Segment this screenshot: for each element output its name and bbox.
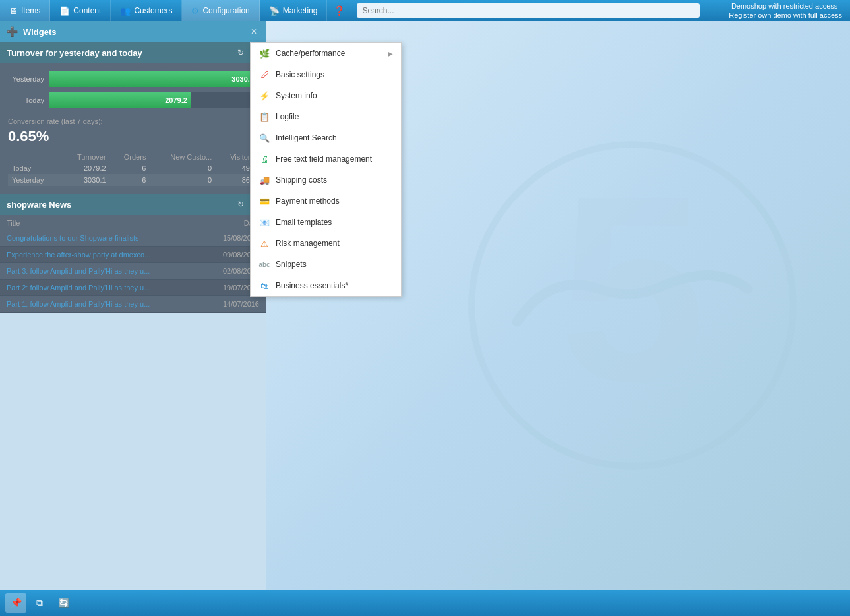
nav-items[interactable]: 🖥 Items — [0, 0, 50, 21]
news-row-title[interactable]: Congratulations to our Shopware finalist… — [0, 230, 202, 247]
taskbar-refresh-btn[interactable]: 🔄 — [53, 593, 74, 613]
menu-item-intelligent-label: Intelligent Search — [276, 133, 393, 142]
cache-arrow-icon: ▶ — [388, 50, 393, 57]
nav-customers-label: Customers — [134, 6, 172, 15]
widgets-header: ➕ Widgets — ✕ — [0, 21, 266, 42]
nav-help[interactable]: ❓ — [327, 0, 351, 21]
stats-row-today: Today 2079.2 6 0 491 — [8, 162, 258, 174]
logfile-icon: 📋 — [258, 111, 270, 123]
marketing-icon: 📡 — [269, 6, 280, 16]
news-row: Part 3: follow Amplid und Pally'Hi as th… — [0, 263, 266, 280]
nav-configuration-label: Configuration — [202, 6, 249, 15]
menu-item-email[interactable]: 📧 Email templates — [251, 212, 401, 233]
risk-management-icon: ⚠ — [258, 237, 270, 249]
menu-item-email-label: Email templates — [276, 218, 393, 227]
menu-item-basic-label: Basic settings — [276, 70, 393, 79]
left-panel: ➕ Widgets — ✕ Turnover for yesterday and… — [0, 21, 266, 590]
menu-item-intelligent-search[interactable]: 🔍 Intelligent Search — [251, 127, 401, 148]
customers-icon: 👥 — [120, 6, 131, 16]
news-row-date: 14/07/2016 — [202, 296, 266, 313]
menu-item-business[interactable]: 🛍 Business essentials* — [251, 275, 401, 296]
nav-customers[interactable]: 👥 Customers — [111, 0, 182, 21]
stats-today-turnover: 2079.2 — [61, 162, 110, 174]
col-header-customers: New Custo... — [150, 152, 216, 162]
configuration-dropdown: 🌿 Cache/performance ▶ 🖊 Basic settings ⚡… — [250, 42, 402, 297]
shipping-icon: 🚚 — [258, 174, 270, 186]
menu-item-logfile[interactable]: 📋 Logfile — [251, 106, 401, 127]
menu-item-risk[interactable]: ⚠ Risk management — [251, 233, 401, 254]
main-area: ➕ Widgets — ✕ Turnover for yesterday and… — [0, 21, 850, 590]
news-row: Congratulations to our Shopware finalist… — [0, 230, 266, 247]
system-info-icon: ⚡ — [258, 90, 270, 102]
menu-item-shipping[interactable]: 🚚 Shipping costs — [251, 169, 401, 191]
menu-item-snippets[interactable]: abc Snippets — [251, 254, 401, 275]
turnover-content: Yesterday 3030.1 Today 2079.2 — [0, 63, 266, 194]
nav-configuration[interactable]: ⚙ Configuration — [182, 0, 259, 21]
nav-content-label: Content — [73, 6, 101, 15]
col-header-turnover: Turnover — [61, 152, 110, 162]
pin-icon: 📌 — [11, 598, 22, 608]
intelligent-search-icon: 🔍 — [258, 132, 270, 144]
yesterday-bar-container: 3030.1 — [49, 71, 258, 87]
news-row: Experience the after-show party at dmexc… — [0, 247, 266, 263]
news-row-title[interactable]: Part 3: follow Amplid und Pally'Hi as th… — [0, 263, 202, 280]
stats-yesterday-customers: 0 — [150, 174, 216, 186]
demo-notice: Demoshop with restricted access - Regist… — [705, 0, 850, 21]
menu-item-cache[interactable]: 🌿 Cache/performance ▶ — [251, 43, 401, 64]
widgets-add-icon[interactable]: ➕ — [7, 26, 18, 37]
news-refresh-btn[interactable]: ↻ — [235, 199, 246, 210]
widget-header-controls: — ✕ — [235, 26, 259, 37]
yesterday-label: Yesterday — [8, 75, 44, 83]
snippets-icon: abc — [258, 259, 270, 270]
today-label: Today — [8, 96, 44, 104]
menu-item-snippets-label: Snippets — [276, 260, 393, 269]
news-col-title: Title — [0, 215, 202, 230]
today-bar-row: Today 2079.2 — [8, 92, 258, 108]
news-row-title[interactable]: Part 1: follow Amplid and Pally'Hi as th… — [0, 296, 202, 313]
conversion-value: 0.65% — [8, 128, 258, 145]
nav-items-label: Items — [21, 6, 40, 15]
search-container — [351, 0, 705, 21]
menu-item-logfile-label: Logfile — [276, 112, 393, 121]
news-widget-header: shopware News ↻ ✕ — [0, 194, 266, 215]
menu-item-basic[interactable]: 🖊 Basic settings — [251, 64, 401, 85]
menu-item-cache-label: Cache/performance — [276, 49, 382, 58]
taskbar-windows-btn[interactable]: ⧉ — [29, 593, 50, 613]
stats-table: Turnover Orders New Custo... Visitors To… — [8, 152, 258, 186]
search-input[interactable] — [357, 3, 700, 18]
menu-item-freetext[interactable]: 🖨 Free text field management — [251, 148, 401, 169]
content-icon: 📄 — [59, 6, 70, 16]
menu-item-payment[interactable]: 💳 Payment methods — [251, 191, 401, 212]
cache-icon: 🌿 — [258, 47, 270, 59]
taskbar-pin-btn[interactable]: 📌 — [5, 593, 26, 613]
conversion-label: Conversion rate (last 7 days): — [8, 117, 258, 125]
menu-item-system[interactable]: ⚡ System info — [251, 85, 401, 106]
today-bar-container: 2079.2 — [49, 92, 258, 108]
menu-item-freetext-label: Free text field management — [276, 154, 393, 164]
news-title: shopware News — [7, 200, 230, 210]
stats-today-orders: 6 — [110, 162, 150, 174]
turnover-widget-header: Turnover for yesterday and today ↻ ✕ — [0, 42, 266, 63]
turnover-refresh-btn[interactable]: ↻ — [235, 47, 246, 58]
configuration-icon: ⚙ — [191, 6, 199, 16]
taskbar: 📌 ⧉ 🔄 — [0, 590, 850, 616]
news-row-title[interactable]: Experience the after-show party at dmexc… — [0, 247, 202, 263]
yesterday-bar-row: Yesterday 3030.1 — [8, 71, 258, 87]
payment-icon: 💳 — [258, 195, 270, 207]
widgets-close-btn[interactable]: ✕ — [249, 26, 259, 37]
news-row-title[interactable]: Part 2: follow Amplid and Pally'Hi as th… — [0, 280, 202, 296]
menu-item-payment-label: Payment methods — [276, 197, 393, 206]
menu-item-risk-label: Risk management — [276, 239, 393, 248]
stats-today-customers: 0 — [150, 162, 216, 174]
nav-content[interactable]: 📄 Content — [50, 0, 111, 21]
widgets-minimize-btn[interactable]: — — [235, 26, 246, 37]
basic-settings-icon: 🖊 — [258, 69, 270, 80]
nav-marketing[interactable]: 📡 Marketing — [260, 0, 328, 21]
turnover-title: Turnover for yesterday and today — [7, 48, 230, 58]
stats-yesterday-label: Yesterday — [8, 174, 61, 186]
stats-today-label: Today — [8, 162, 61, 174]
email-templates-icon: 📧 — [258, 216, 270, 228]
stats-yesterday-orders: 6 — [110, 174, 150, 186]
col-header-label — [8, 152, 61, 162]
news-row: Part 1: follow Amplid and Pally'Hi as th… — [0, 296, 266, 313]
